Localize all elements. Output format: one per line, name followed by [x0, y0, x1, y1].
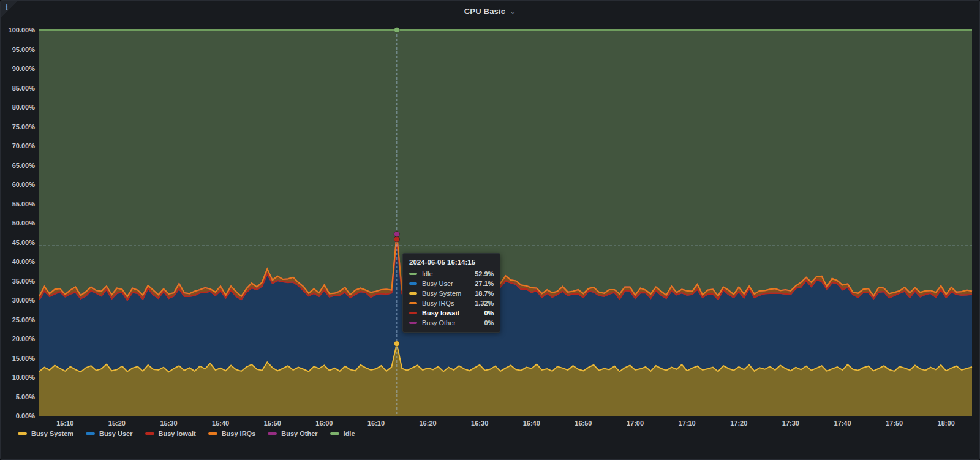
cpu-usage-chart[interactable]	[1, 1, 980, 460]
series-swatch	[409, 282, 417, 285]
legend-item-busy-other[interactable]: Busy Other	[268, 430, 317, 437]
legend-label: Busy Iowait	[159, 430, 196, 437]
tooltip-series-label: Busy User	[422, 280, 470, 287]
hover-dot-busy-iowait	[394, 236, 399, 242]
series-swatch	[409, 292, 417, 295]
series-swatch	[409, 273, 417, 275]
tooltip-series-label: Busy System	[422, 290, 470, 297]
tooltip-series-label: Busy Other	[422, 319, 479, 326]
legend-label: Idle	[344, 430, 355, 437]
chevron-down-icon: ⌄	[510, 7, 516, 16]
tooltip-series-value: 52.9%	[475, 270, 494, 277]
hover-dot-busy-system	[394, 341, 399, 347]
tooltip-rows: Idle52.9%Busy User27.1%Busy System18.7%B…	[409, 270, 494, 326]
legend-label: Busy User	[99, 430, 132, 437]
tooltip-series-label: Busy IRQs	[422, 300, 470, 307]
legend-item-busy-user[interactable]: Busy User	[86, 430, 132, 437]
legend-label: Busy IRQs	[222, 430, 256, 437]
legend-swatch	[145, 432, 154, 435]
legend-item-busy-iowait[interactable]: Busy Iowait	[145, 430, 196, 437]
tooltip-series-value: 1.32%	[475, 300, 494, 307]
hover-dot-busy-other	[394, 232, 399, 237]
legend-label: Busy System	[31, 430, 74, 437]
legend-item-busy-system[interactable]: Busy System	[18, 430, 74, 437]
info-icon: i	[6, 2, 8, 12]
legend-item-busy-irqs[interactable]: Busy IRQs	[208, 430, 256, 437]
tooltip-series-value: 27.1%	[475, 280, 494, 287]
series-swatch	[409, 322, 417, 324]
panel-info-corner[interactable]: i	[1, 1, 18, 18]
area-idle	[39, 30, 972, 296]
tooltip-row-busy-user: Busy User27.1%	[409, 280, 494, 287]
legend-item-idle[interactable]: Idle	[330, 430, 355, 437]
tooltip-series-value: 18.7%	[475, 290, 494, 297]
chart-legend: Busy SystemBusy UserBusy IowaitBusy IRQs…	[18, 430, 355, 437]
hover-dot-idle	[394, 28, 399, 33]
tooltip-row-busy-irqs: Busy IRQs1.32%	[409, 300, 494, 307]
tooltip-series-label: Busy Iowait	[422, 309, 479, 317]
legend-label: Busy Other	[281, 430, 317, 437]
tooltip-row-busy-iowait: Busy Iowait0%	[409, 309, 494, 317]
tooltip-series-value: 0%	[484, 319, 494, 326]
legend-swatch	[268, 432, 277, 435]
tooltip-timestamp: 2024-06-05 16:14:15	[409, 258, 494, 266]
legend-swatch	[208, 432, 217, 435]
series-swatch	[409, 312, 417, 314]
tooltip-row-idle: Idle52.9%	[409, 270, 494, 277]
legend-swatch	[86, 432, 95, 435]
tooltip-series-label: Idle	[422, 270, 470, 277]
tooltip-row-busy-other: Busy Other0%	[409, 319, 494, 326]
legend-swatch	[330, 432, 339, 435]
panel-header[interactable]: CPU Basic ⌄	[1, 1, 979, 21]
tooltip-row-busy-system: Busy System18.7%	[409, 290, 494, 297]
series-swatch	[409, 302, 417, 304]
grafana-cpu-panel: i CPU Basic ⌄ 0.00%5.00%10.00%15.00%20.0…	[0, 0, 980, 460]
panel-title[interactable]: CPU Basic	[464, 7, 506, 16]
tooltip-series-value: 0%	[484, 309, 494, 317]
legend-swatch	[18, 432, 27, 435]
chart-tooltip: 2024-06-05 16:14:15 Idle52.9%Busy User27…	[402, 253, 500, 333]
